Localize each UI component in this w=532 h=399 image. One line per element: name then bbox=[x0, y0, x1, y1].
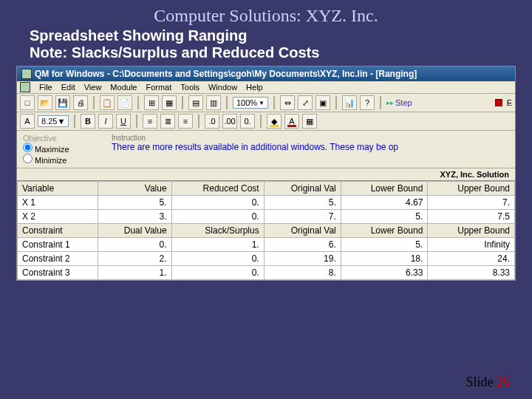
cell[interactable]: 18. bbox=[341, 252, 428, 266]
tile-icon[interactable]: ▦ bbox=[162, 95, 177, 110]
cell[interactable]: 0. bbox=[171, 266, 264, 280]
cell[interactable]: 5. bbox=[341, 238, 428, 252]
table-row[interactable]: X 1 5. 0. 5. 4.67 7. bbox=[18, 196, 515, 210]
cell[interactable]: X 2 bbox=[18, 210, 98, 224]
decimal-up-icon[interactable]: .00 bbox=[222, 114, 237, 129]
zoom-select[interactable]: 100%▼ bbox=[233, 97, 268, 109]
cell[interactable]: Constraint 2 bbox=[18, 252, 98, 266]
print-icon[interactable]: 🖨 bbox=[73, 95, 88, 110]
table-row[interactable]: Constraint 2 2. 0. 19. 18. 24. bbox=[18, 252, 515, 266]
full-icon[interactable]: ▣ bbox=[316, 95, 330, 110]
cell[interactable]: X 1 bbox=[18, 196, 98, 210]
menubar: File Edit View Module Format Tools Windo… bbox=[17, 81, 515, 94]
font-icon[interactable]: A bbox=[20, 114, 35, 129]
fontsize-value: 8.25 bbox=[41, 117, 57, 126]
save-icon[interactable]: 💾 bbox=[55, 95, 70, 110]
col-lower-bound: Lower Bound bbox=[341, 182, 428, 196]
toolbar-main: □ 📂 💾 🖨 📋 📄 ⊞ ▦ ▤ ▥ 100%▼ ⇔ ⤢ ▣ 📊 ? Step… bbox=[17, 94, 515, 112]
table-row[interactable]: X 2 3. 0. 7. 5. 7.5 bbox=[18, 210, 515, 224]
cell[interactable]: 0. bbox=[171, 252, 264, 266]
open-icon[interactable]: 📂 bbox=[38, 95, 52, 110]
cell[interactable]: 7. bbox=[264, 210, 341, 224]
options-row: Objective Maximize Minimize Instruction … bbox=[17, 131, 515, 168]
col-constraint: Constraint bbox=[18, 224, 98, 238]
variable-table: Variable Value Reduced Cost Original Val… bbox=[17, 181, 515, 280]
slide-title: Computer Solutions: XYZ. Inc. bbox=[0, 0, 532, 27]
slide-label: Slide bbox=[466, 375, 493, 389]
cell[interactable]: 0. bbox=[171, 196, 264, 210]
fill-color-icon[interactable]: ◆ bbox=[267, 114, 282, 129]
align-right-icon[interactable]: ≡ bbox=[178, 114, 193, 129]
cell[interactable]: 3. bbox=[98, 210, 171, 224]
cell[interactable]: Constraint 3 bbox=[18, 266, 98, 280]
titlebar[interactable]: QM for Windows - C:\Documents and Settin… bbox=[17, 66, 515, 81]
instruction-panel: Instruction There are more results avail… bbox=[106, 131, 515, 168]
cell[interactable]: 19. bbox=[264, 252, 341, 266]
cascade-icon[interactable]: ⊞ bbox=[144, 95, 159, 110]
chevron-down-icon: ▼ bbox=[57, 117, 65, 126]
separator bbox=[93, 96, 95, 109]
align-center-icon[interactable]: ≣ bbox=[160, 114, 175, 129]
font-color-icon[interactable]: A bbox=[284, 114, 299, 129]
menu-edit[interactable]: Edit bbox=[61, 83, 75, 92]
cell[interactable]: 0. bbox=[98, 238, 171, 252]
stop-icon[interactable] bbox=[495, 99, 502, 106]
decimal-down-icon[interactable]: .0 bbox=[205, 114, 219, 129]
cell[interactable]: 7.5 bbox=[428, 210, 515, 224]
normal-icon[interactable]: ▥ bbox=[206, 95, 221, 110]
italic-button[interactable]: I bbox=[98, 114, 113, 129]
graph-icon[interactable]: 📊 bbox=[342, 95, 357, 110]
col-variable: Variable bbox=[18, 182, 98, 196]
separator bbox=[137, 96, 139, 109]
table-row[interactable]: Constraint 1 0. 1. 6. 5. Infinity bbox=[18, 238, 515, 252]
help-icon[interactable]: ? bbox=[360, 95, 375, 110]
menu-tools[interactable]: Tools bbox=[180, 83, 200, 92]
bold-button[interactable]: B bbox=[81, 114, 95, 129]
cell[interactable]: 0. bbox=[171, 210, 264, 224]
widen-icon[interactable]: ⇔ bbox=[280, 95, 295, 110]
menu-window[interactable]: Window bbox=[208, 83, 237, 92]
separator bbox=[335, 96, 337, 109]
cell[interactable]: 6.33 bbox=[341, 266, 428, 280]
menu-module[interactable]: Module bbox=[110, 83, 137, 92]
cell[interactable]: 1. bbox=[171, 238, 264, 252]
menu-format[interactable]: Format bbox=[146, 83, 171, 92]
paste-icon[interactable]: 📄 bbox=[117, 95, 132, 110]
slide-subtitle-2: Note: Slacks/Surplus and Reduced Costs bbox=[0, 44, 532, 66]
new-icon[interactable]: □ bbox=[20, 95, 35, 110]
underline-button[interactable]: U bbox=[116, 114, 131, 129]
borders-icon[interactable]: ▦ bbox=[302, 114, 317, 129]
instruction-text: There are more results available in addi… bbox=[112, 142, 509, 152]
col-slack-surplus: Slack/Surplus bbox=[171, 224, 264, 238]
minimize-radio[interactable]: Minimize bbox=[23, 154, 100, 165]
cell[interactable]: 6. bbox=[264, 238, 341, 252]
menu-view[interactable]: View bbox=[84, 83, 102, 92]
fontsize-select[interactable]: 8.25▼ bbox=[38, 115, 69, 127]
maximize-radio[interactable]: Maximize bbox=[23, 143, 100, 154]
cell[interactable]: 5. bbox=[341, 210, 428, 224]
copy-icon[interactable]: 📋 bbox=[100, 95, 115, 110]
cell[interactable]: 7. bbox=[428, 196, 515, 210]
calc-icon[interactable]: ▤ bbox=[188, 95, 203, 110]
menu-help[interactable]: Help bbox=[246, 83, 263, 92]
cell[interactable]: Constraint 1 bbox=[18, 238, 98, 252]
cell[interactable]: 5. bbox=[98, 196, 171, 210]
cell[interactable]: 1. bbox=[98, 266, 171, 280]
step-button[interactable]: Step bbox=[386, 98, 412, 107]
cell[interactable]: 2. bbox=[98, 252, 171, 266]
cell[interactable]: 4.67 bbox=[341, 196, 428, 210]
menu-file[interactable]: File bbox=[39, 83, 52, 92]
separator bbox=[182, 96, 183, 109]
cell[interactable]: 24. bbox=[428, 252, 515, 266]
cell[interactable]: 5. bbox=[264, 196, 341, 210]
col-value: Value bbox=[98, 182, 171, 196]
separator bbox=[260, 115, 262, 128]
align-left-icon[interactable]: ≡ bbox=[143, 114, 157, 129]
cell[interactable]: 8.33 bbox=[428, 266, 515, 280]
cell[interactable]: Infinity bbox=[428, 238, 515, 252]
fix-icon[interactable]: 0. bbox=[240, 114, 255, 129]
table-row[interactable]: Constraint 3 1. 0. 8. 6.33 8.33 bbox=[18, 266, 515, 280]
solution-header: XYZ, Inc. Solution bbox=[17, 168, 515, 181]
cell[interactable]: 8. bbox=[264, 266, 341, 280]
autofit-icon[interactable]: ⤢ bbox=[298, 95, 313, 110]
